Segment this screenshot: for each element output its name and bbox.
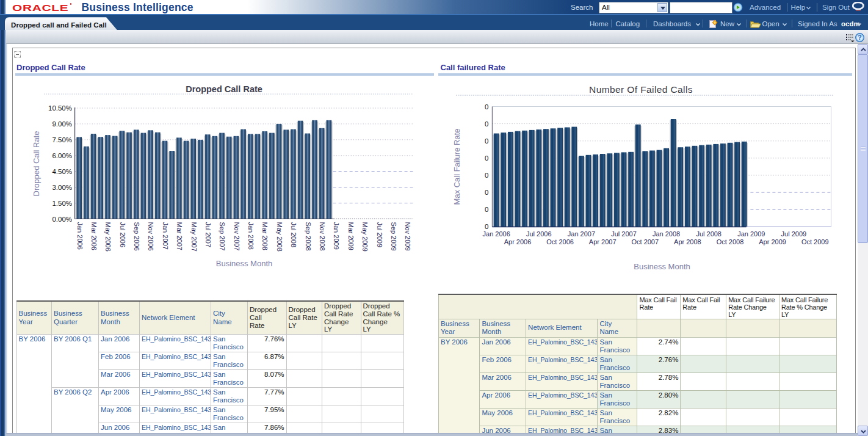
svg-text:0: 0 <box>485 103 488 111</box>
svg-text:0.00%: 0.00% <box>52 216 72 223</box>
svg-text:Jul 2008: Jul 2008 <box>696 230 722 238</box>
svg-text:Apr 2008: Apr 2008 <box>674 238 701 245</box>
svg-text:0: 0 <box>485 154 488 162</box>
svg-text:Mar 2006: Mar 2006 <box>90 222 98 250</box>
svg-text:Sep 2009: Sep 2009 <box>390 222 397 251</box>
svg-text:1.50%: 1.50% <box>52 200 72 207</box>
svg-text:Apr 2006: Apr 2006 <box>504 238 532 245</box>
svg-text:May 2009: May 2009 <box>361 222 369 252</box>
svg-text:Mar 2008: Mar 2008 <box>261 222 269 250</box>
svg-text:Jan 2006: Jan 2006 <box>76 222 84 250</box>
svg-text:Number Of Failed Calls: Number Of Failed Calls <box>589 84 693 95</box>
svg-text:Oct 2008: Oct 2008 <box>717 238 744 245</box>
svg-text:Jan 2009: Jan 2009 <box>737 230 765 238</box>
svg-text:Oct 2006: Oct 2006 <box>546 238 574 245</box>
svg-text:Jul 2007: Jul 2007 <box>204 222 212 248</box>
svg-text:Jul 2008: Jul 2008 <box>290 222 297 248</box>
svg-text:Dropped Call Rate: Dropped Call Rate <box>186 84 262 94</box>
svg-text:Jul 2009: Jul 2009 <box>781 230 807 238</box>
svg-text:Jul 2007: Jul 2007 <box>611 230 637 238</box>
svg-text:Mar 2009: Mar 2009 <box>347 222 355 250</box>
svg-text:0: 0 <box>485 189 488 196</box>
svg-text:Nov 2009: Nov 2009 <box>404 222 411 251</box>
svg-text:Max Call Failure Rate: Max Call Failure Rate <box>452 129 461 205</box>
svg-text:Mar 2007: Mar 2007 <box>176 222 183 250</box>
svg-text:Business Month: Business Month <box>634 262 690 271</box>
svg-text:Nov 2007: Nov 2007 <box>233 222 241 251</box>
svg-text:Jan 2008: Jan 2008 <box>653 230 680 238</box>
svg-text:Jan 2007: Jan 2007 <box>162 222 169 250</box>
svg-text:Jan 2008: Jan 2008 <box>247 222 255 250</box>
svg-text:0: 0 <box>485 172 488 179</box>
svg-text:Sep 2007: Sep 2007 <box>219 222 226 251</box>
svg-text:Jul 2009: Jul 2009 <box>376 222 383 248</box>
svg-text:3.00%: 3.00% <box>52 184 72 191</box>
svg-text:Apr 2007: Apr 2007 <box>589 238 617 245</box>
svg-text:Jan 2007: Jan 2007 <box>568 230 595 238</box>
svg-text:Sep 2008: Sep 2008 <box>305 222 312 251</box>
svg-text:0: 0 <box>485 120 488 128</box>
svg-text:Jan 2009: Jan 2009 <box>333 222 340 250</box>
svg-text:Sep 2006: Sep 2006 <box>133 222 140 251</box>
svg-text:0: 0 <box>485 137 488 145</box>
svg-text:Oct 2007: Oct 2007 <box>631 238 659 245</box>
svg-text:Jul 2006: Jul 2006 <box>526 230 552 238</box>
svg-text:4.50%: 4.50% <box>52 168 72 175</box>
svg-text:May 2006: May 2006 <box>104 222 112 252</box>
svg-text:Jul 2006: Jul 2006 <box>119 222 126 248</box>
svg-text:Oct 2009: Oct 2009 <box>801 238 829 245</box>
svg-text:Jan 2006: Jan 2006 <box>483 230 510 238</box>
svg-text:10.50%: 10.50% <box>48 104 72 112</box>
svg-text:Apr 2009: Apr 2009 <box>759 238 786 245</box>
svg-text:Nov 2006: Nov 2006 <box>147 222 154 251</box>
svg-text:7.50%: 7.50% <box>52 136 72 144</box>
svg-text:May 2008: May 2008 <box>276 222 283 252</box>
svg-text:6.00%: 6.00% <box>52 152 72 159</box>
svg-text:9.00%: 9.00% <box>52 120 72 128</box>
svg-text:Dropped Call Rate: Dropped Call Rate <box>32 131 41 197</box>
svg-text:Nov 2008: Nov 2008 <box>319 222 326 251</box>
svg-text:May 2007: May 2007 <box>190 222 198 252</box>
svg-text:0: 0 <box>485 206 488 213</box>
svg-text:Business Month: Business Month <box>216 259 273 268</box>
